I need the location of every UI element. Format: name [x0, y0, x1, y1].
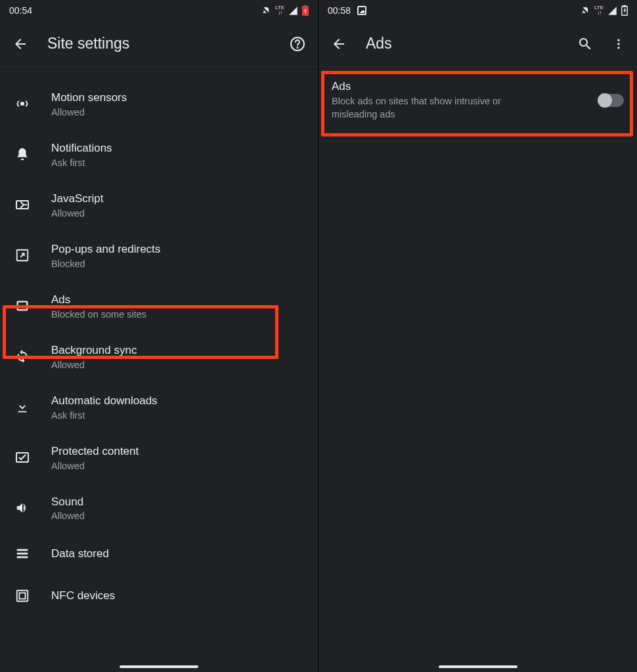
setting-label: Sound: [51, 495, 85, 510]
svg-point-19: [617, 47, 619, 49]
setting-sub: Ask first: [51, 158, 112, 168]
ads-description: Block ads on sites that show intrusive o…: [332, 95, 542, 121]
setting-notifications[interactable]: Notifications Ask first: [0, 129, 318, 180]
svg-rect-10: [17, 549, 28, 551]
setting-sub: Allowed: [51, 461, 139, 471]
svg-rect-12: [17, 556, 28, 558]
protected-content-icon: [13, 448, 32, 467]
setting-label: Notifications: [51, 141, 112, 156]
setting-javascript[interactable]: JavaScript Allowed: [0, 180, 318, 230]
nav-handle[interactable]: [439, 665, 517, 668]
status-time: 00:58: [328, 5, 351, 16]
svg-rect-11: [17, 553, 28, 555]
search-button[interactable]: [577, 35, 594, 52]
nfc-icon: [13, 587, 32, 605]
setting-popups[interactable]: Pop-ups and redirects Blocked: [0, 230, 318, 281]
svg-point-17: [617, 39, 619, 41]
svg-text:!: !: [305, 8, 307, 14]
signal-icon: [607, 5, 617, 16]
setting-sub: Allowed: [51, 360, 137, 370]
status-icons: LTE↓↑: [581, 5, 628, 16]
storage-icon: [13, 545, 32, 563]
sync-icon: [13, 347, 32, 366]
nav-handle[interactable]: [120, 665, 198, 668]
sound-icon: [13, 499, 32, 517]
setting-background-sync[interactable]: Background sync Allowed: [0, 331, 318, 382]
setting-label: Ads: [51, 293, 146, 308]
status-bar: 00:58 LTE↓↑: [318, 0, 637, 21]
mute-icon: [581, 5, 590, 16]
svg-point-18: [617, 43, 619, 45]
status-icons: LTE↓↑ !: [261, 5, 309, 16]
lte-indicator: LTE↓↑: [275, 5, 284, 16]
mute-icon: [261, 5, 271, 16]
lte-indicator: LTE↓↑: [594, 5, 604, 16]
signal-icon: [288, 5, 298, 16]
svg-rect-14: [19, 593, 25, 599]
setting-label: JavaScript: [51, 192, 103, 207]
setting-data-stored[interactable]: Data stored: [0, 533, 318, 575]
setting-sub: Blocked on some sites: [51, 309, 146, 320]
popup-icon: [13, 246, 32, 264]
ads-toggle-row[interactable]: Ads Block ads on sites that show intrusi…: [332, 80, 624, 121]
help-button[interactable]: [289, 35, 306, 52]
setting-sub: Blocked: [51, 259, 160, 269]
ads-title: Ads: [332, 80, 588, 93]
setting-nfc[interactable]: NFC devices: [0, 575, 318, 617]
toggle-knob: [598, 93, 612, 108]
setting-label: Pop-ups and redirects: [51, 242, 160, 257]
settings-list: Motion sensors Allowed Notifications Ask…: [0, 67, 318, 617]
setting-label: NFC devices: [51, 589, 115, 604]
bell-icon: [13, 145, 32, 163]
ads-toggle[interactable]: [599, 94, 624, 107]
setting-label: Protected content: [51, 444, 139, 459]
battery-low-icon: !: [302, 5, 309, 16]
overflow-menu-button[interactable]: [612, 35, 625, 52]
battery-charging-icon: [621, 5, 628, 16]
svg-point-4: [297, 47, 298, 48]
setting-label: Data stored: [51, 547, 109, 562]
javascript-icon: [13, 196, 32, 214]
setting-sound[interactable]: Sound Allowed: [0, 483, 318, 534]
screenshot-notification-icon: [357, 6, 366, 15]
setting-label: Automatic downloads: [51, 394, 158, 409]
svg-rect-13: [17, 591, 28, 602]
ads-icon: [13, 297, 32, 315]
page-title: Ads: [366, 35, 558, 52]
back-button[interactable]: [12, 35, 29, 52]
setting-sub: Allowed: [51, 208, 103, 219]
back-button[interactable]: [330, 35, 347, 52]
setting-sub: Allowed: [51, 107, 127, 117]
screen-site-settings: 00:54 LTE↓↑ ! Site settings: [0, 0, 318, 672]
setting-protected-content[interactable]: Protected content Allowed: [0, 432, 318, 483]
setting-ads[interactable]: Ads Blocked on some sites: [0, 281, 318, 331]
setting-sub: Allowed: [51, 511, 85, 521]
status-bar: 00:54 LTE↓↑ !: [0, 0, 318, 21]
motion-sensors-icon: [13, 94, 32, 113]
ads-setting-panel: Ads Block ads on sites that show intrusi…: [318, 67, 637, 121]
app-bar: Site settings: [0, 21, 318, 67]
svg-rect-16: [623, 5, 626, 7]
setting-label: Background sync: [51, 343, 137, 358]
svg-rect-8: [18, 302, 28, 310]
svg-point-5: [20, 102, 24, 106]
app-bar: Ads: [318, 21, 637, 67]
setting-motion-sensors[interactable]: Motion sensors Allowed: [0, 79, 318, 129]
setting-auto-downloads[interactable]: Automatic downloads Ask first: [0, 382, 318, 432]
page-title: Site settings: [47, 35, 271, 52]
svg-rect-1: [304, 5, 307, 7]
setting-label: Motion sensors: [51, 91, 127, 106]
status-time: 00:54: [9, 5, 32, 16]
download-icon: [13, 398, 32, 416]
screen-ads: 00:58 LTE↓↑ Ads: [318, 0, 637, 672]
setting-sub: Ask first: [51, 410, 158, 421]
